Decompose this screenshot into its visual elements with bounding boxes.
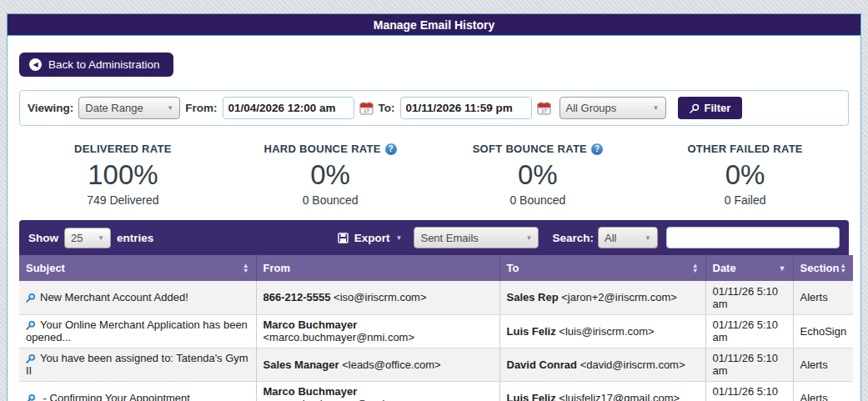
- stats-row: DELIVERED RATE 100% 749 Delivered HARD B…: [19, 141, 849, 207]
- from-date-input[interactable]: [223, 97, 354, 119]
- to-label: To:: [379, 102, 395, 114]
- from-cell: Marco Buchmayer <marco.buchmayer@nmi.com…: [256, 314, 499, 348]
- email-type-select-value: Sent Emails: [420, 232, 478, 244]
- column-header-from[interactable]: From: [256, 255, 499, 281]
- back-button-label: Back to Administration: [48, 58, 160, 71]
- from-name: Sales Manager: [263, 358, 339, 371]
- date-cell: 01/11/26 5:10 am: [705, 348, 793, 381]
- groups-select-value: All Groups: [566, 102, 617, 114]
- stat-hard-bounce-rate: HARD BOUNCE RATE ? 0% 0 Bounced: [227, 141, 434, 207]
- from-cell: Sales Manager <leads@office.com>: [256, 348, 499, 381]
- column-label: To: [507, 262, 519, 274]
- stat-value: 0%: [227, 159, 434, 191]
- filter-button[interactable]: Filter: [678, 97, 743, 119]
- viewing-select[interactable]: Date Range ▼: [78, 97, 180, 119]
- date-cell: 01/11/26 5:10 am: [705, 281, 793, 314]
- chevron-down-icon: ▼: [653, 104, 660, 112]
- subject-cell[interactable]: - Confirming Your Appointment: [19, 381, 256, 401]
- from-name: Marco Buchmayer: [263, 318, 358, 331]
- from-label: From:: [185, 102, 217, 114]
- manage-email-history-panel: Manage Email History ◀ Back to Administr…: [7, 13, 861, 401]
- from-email: <marco.buchmayer@nmi.com>: [263, 398, 415, 401]
- table-toolbar: Show 25 ▼ entries Export ▼ Sent Emails ▼…: [19, 220, 849, 255]
- date-cell: 01/11/26 5:10 am: [705, 314, 793, 348]
- column-label: Section: [800, 262, 840, 274]
- entries-label: entries: [117, 232, 153, 244]
- search-input[interactable]: [666, 227, 840, 248]
- stat-subtext: 0 Failed: [641, 193, 849, 207]
- from-cell: Marco Buchmayer <marco.buchmayer@nmi.com…: [256, 381, 499, 401]
- view-email-icon[interactable]: [26, 293, 36, 303]
- subject-cell[interactable]: New Merchant Account Added!: [19, 281, 256, 314]
- view-email-icon[interactable]: [26, 320, 36, 330]
- chevron-down-icon: ▼: [167, 104, 173, 112]
- chevron-down-icon: ▼: [526, 234, 533, 242]
- back-arrow-icon: ◀: [29, 58, 42, 71]
- search-scope-select-value: All: [605, 232, 616, 244]
- subject-cell[interactable]: Your Online Merchant Application has bee…: [19, 314, 256, 348]
- show-label: Show: [28, 232, 58, 244]
- stat-label: OTHER FAILED RATE: [687, 143, 802, 155]
- help-icon[interactable]: ?: [591, 143, 603, 155]
- groups-select[interactable]: All Groups ▼: [559, 97, 666, 119]
- to-cell: David Conrad <david@iriscrm.com>: [499, 348, 705, 381]
- column-header-section[interactable]: Section ▲▼: [793, 255, 853, 281]
- export-button-label: Export: [354, 232, 390, 244]
- back-to-administration-button[interactable]: ◀ Back to Administration: [19, 53, 173, 77]
- help-icon[interactable]: ?: [385, 143, 397, 155]
- to-email: <luis@iriscrm.com>: [559, 325, 654, 338]
- table-row[interactable]: New Merchant Account Added! 866-212-5555…: [19, 281, 853, 314]
- email-history-table: Subject ▲▼ From To ▲▼: [19, 255, 853, 401]
- to-cell: Luis Feliz <luisfeliz17@gmail.com>: [499, 381, 705, 401]
- svg-text:17: 17: [541, 108, 547, 113]
- column-header-date[interactable]: Date ▼: [705, 255, 793, 281]
- to-cell: Sales Rep <jaron+2@iriscrm.com>: [499, 281, 705, 314]
- export-button[interactable]: Export ▼: [338, 232, 403, 244]
- sort-both-icon: ▲▼: [692, 263, 698, 273]
- subject-text: Your Online Merchant Application has bee…: [26, 318, 248, 343]
- table-row[interactable]: You have been assigned to: Tatenda's Gym…: [19, 348, 853, 381]
- filter-bar: Viewing: Date Range ▼ From: 17 To:: [19, 90, 849, 126]
- section-cell: Alerts: [793, 348, 853, 381]
- stat-soft-bounce-rate: SOFT BOUNCE RATE ? 0% 0 Bounced: [434, 141, 642, 207]
- to-email: <jaron+2@iriscrm.com>: [561, 291, 677, 303]
- view-email-icon[interactable]: [26, 393, 36, 401]
- date-cell: 01/11/26 5:10 am: [705, 381, 793, 401]
- stat-value: 0%: [641, 159, 849, 191]
- email-type-select[interactable]: Sent Emails ▼: [414, 227, 539, 248]
- to-name: Sales Rep: [507, 291, 559, 303]
- from-email: <iso@iriscrm.com>: [334, 291, 426, 303]
- column-label: From: [263, 262, 291, 274]
- subject-text: New Merchant Account Added!: [40, 291, 188, 303]
- search-label: Search:: [552, 232, 594, 244]
- table-row[interactable]: - Confirming Your Appointment Marco Buch…: [19, 381, 853, 401]
- svg-text:17: 17: [364, 108, 369, 113]
- to-date-input[interactable]: [400, 97, 532, 119]
- entries-select[interactable]: 25 ▼: [64, 228, 111, 248]
- from-name: 866-212-5555: [263, 291, 331, 303]
- section-cell: Alerts: [793, 381, 853, 401]
- subject-text: - Confirming Your Appointment: [40, 392, 190, 401]
- search-scope-select[interactable]: All ▼: [598, 227, 658, 248]
- page-title: Manage Email History: [8, 14, 860, 36]
- subject-cell[interactable]: You have been assigned to: Tatenda's Gym…: [19, 348, 256, 381]
- to-name: David Conrad: [507, 358, 578, 371]
- stat-subtext: 749 Delivered: [19, 193, 227, 207]
- from-email: <leads@office.com>: [342, 358, 440, 371]
- entries-select-value: 25: [71, 232, 83, 244]
- sort-both-icon: ▲▼: [840, 263, 846, 273]
- column-header-to[interactable]: To ▲▼: [499, 255, 705, 281]
- to-name: Luis Feliz: [507, 392, 556, 401]
- from-email: <marco.buchmayer@nmi.com>: [263, 331, 415, 343]
- filter-button-label: Filter: [705, 102, 731, 114]
- stat-other-failed-rate: OTHER FAILED RATE 0% 0 Failed: [641, 141, 849, 207]
- section-cell: Alerts: [793, 281, 853, 314]
- table-row[interactable]: Your Online Merchant Application has bee…: [19, 314, 853, 348]
- to-calendar-icon[interactable]: 17: [537, 102, 551, 115]
- view-email-icon[interactable]: [26, 353, 36, 363]
- from-cell: 866-212-5555 <iso@iriscrm.com>: [256, 281, 499, 314]
- from-calendar-icon[interactable]: 17: [359, 102, 374, 115]
- chevron-down-icon: ▼: [645, 234, 651, 242]
- chevron-down-icon: ▼: [98, 234, 104, 242]
- column-header-subject[interactable]: Subject ▲▼: [19, 255, 256, 281]
